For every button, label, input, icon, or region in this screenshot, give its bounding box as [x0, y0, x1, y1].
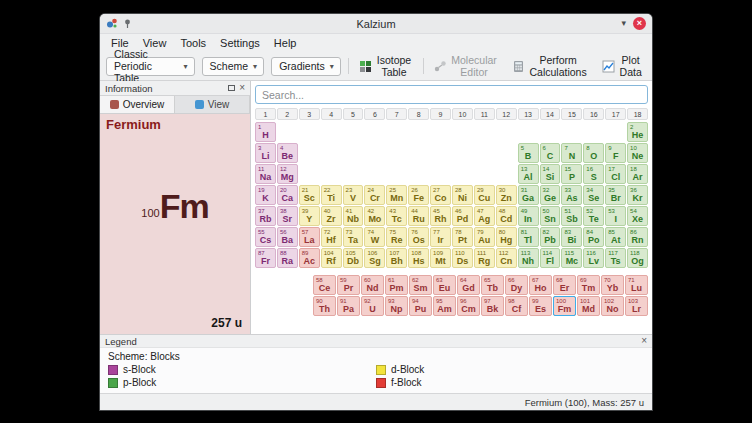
element-Ag[interactable]: 47Ag: [474, 206, 495, 226]
search-input[interactable]: [255, 85, 648, 104]
element-Tl[interactable]: 81Tl: [518, 227, 539, 247]
element-Es[interactable]: 99Es: [529, 296, 552, 316]
element-Au[interactable]: 79Au: [474, 227, 495, 247]
element-Na[interactable]: 11Na: [255, 164, 276, 184]
element-O[interactable]: 8O: [583, 143, 604, 163]
pin-icon[interactable]: [122, 15, 133, 33]
element-Hf[interactable]: 72Hf: [321, 227, 342, 247]
element-Ce[interactable]: 58Ce: [313, 275, 336, 295]
element-Cs[interactable]: 55Cs: [255, 227, 276, 247]
element-Er[interactable]: 68Er: [553, 275, 576, 295]
element-Sb[interactable]: 51Sb: [561, 206, 582, 226]
element-Pu[interactable]: 94Pu: [409, 296, 432, 316]
element-Tb[interactable]: 65Tb: [481, 275, 504, 295]
element-No[interactable]: 102No: [601, 296, 624, 316]
element-Pr[interactable]: 59Pr: [337, 275, 360, 295]
element-Lr[interactable]: 103Lr: [625, 296, 648, 316]
element-Lv[interactable]: 116Lv: [583, 248, 604, 268]
element-Se[interactable]: 34Se: [583, 185, 604, 205]
element-Am[interactable]: 95Am: [433, 296, 456, 316]
dock-close-icon[interactable]: ×: [239, 83, 245, 93]
molecular-editor-button[interactable]: Molecular Editor: [430, 52, 501, 80]
element-Cl[interactable]: 17Cl: [605, 164, 626, 184]
element-Li[interactable]: 3Li: [255, 143, 276, 163]
element-Np[interactable]: 93Np: [385, 296, 408, 316]
element-Sc[interactable]: 21Sc: [299, 185, 320, 205]
element-C[interactable]: 6C: [540, 143, 561, 163]
float-dock-icon[interactable]: [228, 85, 235, 91]
element-Mc[interactable]: 115Mc: [561, 248, 582, 268]
element-Cf[interactable]: 98Cf: [505, 296, 528, 316]
element-He[interactable]: 2He: [627, 122, 648, 142]
element-B[interactable]: 5B: [518, 143, 539, 163]
element-Ac[interactable]: 89Ac: [299, 248, 320, 268]
menu-settings[interactable]: Settings: [213, 36, 267, 50]
element-In[interactable]: 49In: [518, 206, 539, 226]
element-Mn[interactable]: 25Mn: [386, 185, 407, 205]
element-Pt[interactable]: 78Pt: [452, 227, 473, 247]
table-type-select[interactable]: Classic Periodic Table ▾: [106, 57, 195, 76]
menu-tools[interactable]: Tools: [173, 36, 213, 50]
element-S[interactable]: 16S: [583, 164, 604, 184]
element-Si[interactable]: 14Si: [540, 164, 561, 184]
element-Fm[interactable]: 100Fm: [553, 296, 576, 316]
element-Tm[interactable]: 69Tm: [577, 275, 600, 295]
perform-calculations-button[interactable]: Perform Calculations: [508, 52, 591, 80]
element-Sn[interactable]: 50Sn: [540, 206, 561, 226]
tab-overview[interactable]: Overview: [100, 96, 175, 113]
element-Bk[interactable]: 97Bk: [481, 296, 504, 316]
menu-help[interactable]: Help: [267, 36, 304, 50]
element-Mg[interactable]: 12Mg: [277, 164, 298, 184]
element-Cu[interactable]: 29Cu: [474, 185, 495, 205]
element-Po[interactable]: 84Po: [583, 227, 604, 247]
element-Zr[interactable]: 40Zr: [321, 206, 342, 226]
element-Pm[interactable]: 61Pm: [385, 275, 408, 295]
element-Rn[interactable]: 86Rn: [627, 227, 648, 247]
element-Cd[interactable]: 48Cd: [496, 206, 517, 226]
title-bar[interactable]: Kalzium ▾ ×: [100, 14, 652, 34]
element-Cn[interactable]: 112Cn: [496, 248, 517, 268]
element-Dy[interactable]: 66Dy: [505, 275, 528, 295]
element-Og[interactable]: 118Og: [627, 248, 648, 268]
element-Ir[interactable]: 77Ir: [430, 227, 451, 247]
element-Ru[interactable]: 44Ru: [408, 206, 429, 226]
element-Sm[interactable]: 62Sm: [409, 275, 432, 295]
close-button[interactable]: ×: [633, 17, 646, 30]
element-Ta[interactable]: 73Ta: [343, 227, 364, 247]
isotope-table-button[interactable]: Isotope Table: [355, 52, 415, 80]
element-Bh[interactable]: 107Bh: [386, 248, 407, 268]
element-Ga[interactable]: 31Ga: [518, 185, 539, 205]
element-Db[interactable]: 105Db: [343, 248, 364, 268]
element-Ne[interactable]: 10Ne: [627, 143, 648, 163]
element-Br[interactable]: 35Br: [605, 185, 626, 205]
element-Ni[interactable]: 28Ni: [452, 185, 473, 205]
element-Ra[interactable]: 88Ra: [277, 248, 298, 268]
element-Co[interactable]: 27Co: [430, 185, 451, 205]
element-Fl[interactable]: 114Fl: [540, 248, 561, 268]
element-Rf[interactable]: 104Rf: [321, 248, 342, 268]
element-Ho[interactable]: 67Ho: [529, 275, 552, 295]
element-Sr[interactable]: 38Sr: [277, 206, 298, 226]
element-Re[interactable]: 75Re: [386, 227, 407, 247]
element-Bi[interactable]: 83Bi: [561, 227, 582, 247]
element-Nd[interactable]: 60Nd: [361, 275, 384, 295]
element-Fr[interactable]: 87Fr: [255, 248, 276, 268]
element-Be[interactable]: 4Be: [277, 143, 298, 163]
element-Nb[interactable]: 41Nb: [343, 206, 364, 226]
element-Rg[interactable]: 111Rg: [474, 248, 495, 268]
gradients-select[interactable]: Gradients ▾: [271, 57, 341, 76]
element-Sg[interactable]: 106Sg: [364, 248, 385, 268]
element-H[interactable]: 1H: [255, 122, 276, 142]
element-Cm[interactable]: 96Cm: [457, 296, 480, 316]
element-Mo[interactable]: 42Mo: [364, 206, 385, 226]
shade-button[interactable]: ▾: [621, 17, 626, 30]
element-Cr[interactable]: 24Cr: [364, 185, 385, 205]
element-I[interactable]: 53I: [605, 206, 626, 226]
element-P[interactable]: 15P: [561, 164, 582, 184]
element-Os[interactable]: 76Os: [408, 227, 429, 247]
element-Rh[interactable]: 45Rh: [430, 206, 451, 226]
element-Kr[interactable]: 36Kr: [627, 185, 648, 205]
scheme-select[interactable]: Scheme ▾: [202, 57, 265, 76]
element-Ti[interactable]: 22Ti: [321, 185, 342, 205]
element-Th[interactable]: 90Th: [313, 296, 336, 316]
